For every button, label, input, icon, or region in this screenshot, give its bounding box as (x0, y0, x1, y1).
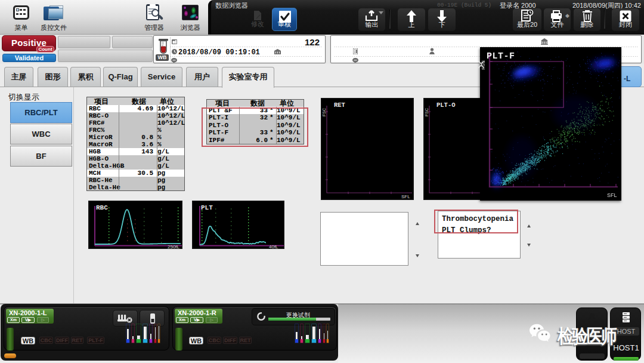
svg-text:250fL: 250fL (168, 244, 180, 250)
svg-text:40fL: 40fL (269, 244, 278, 250)
svg-text:RET: RET (334, 101, 345, 109)
svg-text:PLT-O: PLT-O (436, 101, 456, 109)
svg-text:FSC: FSC (322, 108, 326, 116)
svg-text:FSC: FSC (425, 108, 429, 116)
svg-text:SFL: SFL (401, 194, 410, 199)
svg-text:RBC: RBC (96, 204, 108, 211)
svg-text:PLT-F: PLT-F (487, 51, 515, 61)
svg-text:SFL: SFL (607, 192, 617, 198)
svg-text:PLT: PLT (201, 204, 213, 211)
